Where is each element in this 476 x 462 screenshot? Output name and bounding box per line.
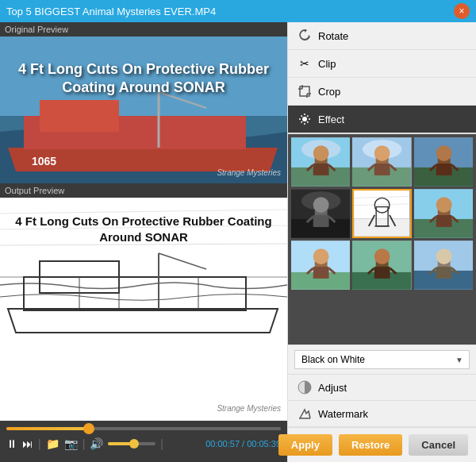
output-preview: 4 Ft Long Cuts On Protective Rubber Coat… bbox=[0, 198, 287, 421]
effect-dropdown-container: None Black on White Sketch Sepia Black &… bbox=[288, 345, 476, 374]
volume-thumb[interactable] bbox=[129, 439, 139, 449]
tool-rotate[interactable]: Rotate bbox=[288, 22, 476, 50]
svg-rect-89 bbox=[436, 267, 451, 279]
tool-crop[interactable]: Crop bbox=[288, 78, 476, 106]
original-preview: 1065 4 Ft Long Cuts On Protective Rubber… bbox=[0, 37, 287, 183]
pause-button[interactable]: ⏸ bbox=[6, 437, 17, 450]
svg-rect-54 bbox=[313, 215, 329, 227]
effect-thumb-2[interactable] bbox=[352, 137, 411, 187]
effect-thumb-5[interactable] bbox=[352, 189, 411, 238]
svg-point-67 bbox=[436, 197, 451, 213]
left-panel: Original Preview 1065 bbox=[0, 22, 287, 462]
output-preview-label: Output Preview bbox=[0, 183, 287, 198]
original-preview-label: Original Preview bbox=[0, 22, 287, 37]
effect-icon bbox=[298, 112, 312, 126]
screenshot-button[interactable]: 📷 bbox=[64, 437, 78, 450]
effect-thumb-6[interactable] bbox=[414, 189, 473, 238]
svg-rect-68 bbox=[436, 215, 451, 227]
svg-rect-31 bbox=[313, 164, 329, 175]
tool-adjust[interactable]: Adjust bbox=[288, 375, 476, 401]
progress-bar-container[interactable] bbox=[6, 424, 281, 433]
apply-button[interactable]: Apply bbox=[278, 434, 332, 456]
tool-watermark[interactable]: Watermark bbox=[288, 401, 476, 427]
right-panel: Rotate ✂ Clip Crop Effect bbox=[287, 22, 476, 462]
effect-thumb-9-svg bbox=[414, 241, 473, 290]
effect-thumb-7[interactable] bbox=[291, 241, 350, 290]
folder-button[interactable]: 📁 bbox=[46, 437, 60, 450]
divider-2: | bbox=[83, 437, 86, 450]
effect-thumb-2-svg bbox=[352, 137, 411, 187]
watermark-icon bbox=[298, 406, 312, 421]
close-button[interactable]: × bbox=[454, 3, 470, 19]
svg-rect-20 bbox=[300, 87, 309, 96]
rotate-label: Rotate bbox=[318, 30, 348, 42]
effect-thumb-3[interactable] bbox=[414, 137, 473, 187]
divider-1: | bbox=[38, 437, 41, 450]
restore-button[interactable]: Restore bbox=[339, 434, 402, 456]
effect-thumb-9[interactable] bbox=[414, 241, 473, 290]
clip-label: Clip bbox=[318, 58, 336, 70]
effect-thumb-8[interactable] bbox=[352, 241, 411, 290]
effect-label: Effect bbox=[318, 114, 344, 125]
volume-slider[interactable] bbox=[108, 442, 155, 445]
svg-point-25 bbox=[302, 117, 307, 121]
progress-thumb[interactable] bbox=[83, 423, 94, 434]
dropdown-wrapper: None Black on White Sketch Sepia Black &… bbox=[294, 350, 470, 369]
tool-menu: Rotate ✂ Clip Crop Effect bbox=[288, 22, 476, 134]
controls-row: ⏸ ⏭ | 📁 📷 | 🔊 | 00:00:57 / 00:05:39 bbox=[6, 437, 281, 450]
effect-dropdown[interactable]: None Black on White Sketch Sepia Black &… bbox=[294, 350, 470, 369]
main-container: Original Preview 1065 bbox=[0, 22, 476, 462]
rotate-icon bbox=[298, 29, 312, 43]
original-preview-image: 1065 4 Ft Long Cuts On Protective Rubber… bbox=[0, 37, 287, 183]
divider-3: | bbox=[160, 437, 163, 450]
original-watermark: Strange Mysteries bbox=[217, 168, 281, 177]
svg-point-88 bbox=[436, 248, 451, 264]
extra-tools: Adjust Watermark bbox=[288, 374, 476, 427]
original-bg-svg: 1065 bbox=[0, 37, 287, 183]
adjust-label: Adjust bbox=[318, 382, 347, 394]
svg-point-38 bbox=[374, 145, 390, 161]
progress-track[interactable] bbox=[6, 427, 281, 430]
crop-label: Crop bbox=[318, 86, 340, 98]
effect-thumb-4[interactable] bbox=[291, 189, 350, 238]
bottom-bar: Apply Restore Cancel bbox=[288, 427, 476, 462]
effect-thumb-5-svg bbox=[354, 191, 409, 237]
svg-rect-82 bbox=[374, 267, 390, 279]
window-title: Top 5 BIGGEST Animal Mysteries EVER.MP4 bbox=[6, 6, 216, 17]
output-preview-image: 4 Ft Long Cuts On Protective Rubber Coat… bbox=[0, 198, 287, 421]
svg-rect-75 bbox=[313, 267, 329, 279]
tool-effect[interactable]: Effect bbox=[288, 106, 476, 133]
svg-rect-3 bbox=[40, 100, 119, 132]
effect-section bbox=[288, 134, 476, 345]
effect-thumb-1-svg bbox=[291, 137, 350, 187]
time-display: 00:00:57 / 00:05:39 bbox=[205, 439, 281, 449]
volume-track[interactable] bbox=[108, 442, 155, 445]
progress-fill bbox=[6, 427, 89, 430]
effect-thumb-4-svg bbox=[291, 189, 350, 238]
adjust-icon bbox=[298, 380, 312, 395]
volume-icon[interactable]: 🔊 bbox=[90, 437, 103, 450]
output-text-overlay: 4 Ft Long Cuts On Protective Rubber Coat… bbox=[14, 214, 273, 244]
svg-point-30 bbox=[313, 145, 329, 161]
effect-thumb-1[interactable] bbox=[291, 137, 350, 187]
svg-point-74 bbox=[313, 248, 329, 264]
svg-point-81 bbox=[374, 248, 390, 264]
effect-grid bbox=[291, 137, 473, 290]
output-watermark: Strange Mysteries bbox=[217, 404, 281, 413]
effect-thumb-8-svg bbox=[352, 241, 411, 290]
svg-rect-46 bbox=[436, 164, 451, 175]
effect-thumb-7-svg bbox=[291, 241, 350, 290]
effect-thumb-6-svg bbox=[414, 189, 473, 238]
watermark-label: Watermark bbox=[318, 408, 368, 420]
svg-point-45 bbox=[436, 145, 451, 161]
svg-point-53 bbox=[313, 197, 329, 213]
original-text-overlay: 4 Ft Long Cuts On Protective Rubber Coat… bbox=[14, 60, 273, 98]
crop-icon bbox=[298, 84, 312, 98]
cancel-button[interactable]: Cancel bbox=[409, 434, 468, 456]
effect-thumb-3-svg bbox=[414, 137, 473, 187]
tool-clip[interactable]: ✂ Clip bbox=[288, 50, 476, 78]
title-bar: Top 5 BIGGEST Animal Mysteries EVER.MP4 … bbox=[0, 0, 476, 22]
svg-text:1065: 1065 bbox=[32, 155, 56, 167]
svg-rect-39 bbox=[374, 164, 390, 175]
next-frame-button[interactable]: ⏭ bbox=[22, 437, 33, 450]
